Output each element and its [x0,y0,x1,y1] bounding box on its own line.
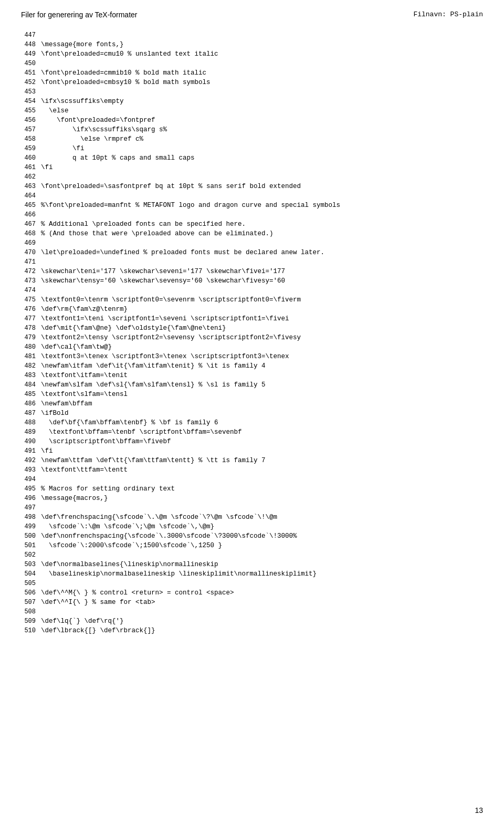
line-number: 481 [21,352,41,361]
line-number: 482 [21,361,41,371]
line-number: 464 [21,191,41,201]
line-number: 501 [21,541,41,550]
line-content: \def\bf{\fam\bffam\tenbf} % \bf is famil… [41,418,483,427]
code-line: 467% Additional \preloaded fonts can be … [21,220,483,229]
line-content: % Macros for setting ordinary text [41,484,483,494]
code-line: 453 [21,87,483,97]
line-number: 509 [21,617,41,626]
code-line: 508 [21,607,483,617]
line-content: % (And those that were \preloaded above … [41,229,483,238]
line-number: 460 [21,153,41,163]
code-line: 479\textfont2=\tensy \scriptfont2=\seven… [21,333,483,342]
code-line: 505 [21,579,483,588]
line-number: 492 [21,456,41,465]
line-number: 495 [21,484,41,494]
code-line: 451\font\preloaded=cmmib10 % bold math i… [21,68,483,78]
line-number: 479 [21,333,41,342]
line-number: 458 [21,134,41,144]
code-area: 447448\message{more fonts,}449\font\prel… [21,30,483,635]
code-line: 494 [21,475,483,484]
line-content: \ifx\scssuffiks\sqarg s% [41,125,483,134]
line-number: 451 [21,68,41,78]
line-number: 474 [21,286,41,295]
code-line: 458 \else \rmpref c% [21,134,483,144]
line-content: \def\lq{`} \def\rq{'} [41,617,483,626]
code-line: 488 \def\bf{\fam\bffam\tenbf} % \bf is f… [21,418,483,427]
code-line: 490 \scriptscriptfont\bffam=\fivebf [21,437,483,446]
line-content: \font\preloaded=cmbsy10 % bold math symb… [41,78,483,87]
line-number: 486 [21,399,41,409]
line-number: 508 [21,607,41,617]
code-line: 455 \else [21,106,483,116]
code-line: 470\let\preloaded=\undefined % preloaded… [21,248,483,257]
line-number: 485 [21,390,41,399]
line-content: \textfont2=\tensy \scriptfont2=\sevensy … [41,333,483,342]
line-content: \def\frenchspacing{\sfcode`\.\@m \sfcode… [41,513,483,522]
page-number: 13 [475,806,483,814]
line-number: 500 [21,531,41,541]
line-number: 470 [21,248,41,257]
line-content: \newfam\itfam \def\it{\fam\itfam\tenit} … [41,361,483,371]
code-line: 485\textfont\slfam=\tensl [21,390,483,399]
code-line: 489 \textfont\bffam=\tenbf \scriptfont\b… [21,427,483,437]
line-content: \fi [41,446,483,456]
line-content: \newfam\ttfam \def\tt{\fam\ttfam\tentt} … [41,456,483,465]
code-line: 449\font\preloaded=cmu10 % unslanted tex… [21,49,483,59]
line-number: 462 [21,172,41,182]
code-line: 466 [21,210,483,220]
line-content: \def\^^M{\ } % control <return> = contro… [41,588,483,598]
line-number: 503 [21,560,41,569]
line-number: 496 [21,494,41,503]
code-line: 452\font\preloaded=cmbsy10 % bold math s… [21,78,483,87]
line-number: 487 [21,409,41,418]
line-number: 450 [21,59,41,68]
line-number: 448 [21,40,41,49]
code-line: 469 [21,238,483,248]
line-number: 469 [21,238,41,248]
line-content: \def\lbrack{[} \def\rbrack{]} [41,626,483,635]
line-content: \font\preloaded=cmu10 % unslanted text i… [41,49,483,59]
line-content: \sfcode`\:\@m \sfcode`\;\@m \sfcode`\,\@… [41,522,483,531]
line-number: 459 [21,144,41,153]
line-number: 455 [21,106,41,116]
code-line: 500\def\nonfrenchspacing{\sfcode`\.3000\… [21,531,483,541]
line-content: \fi [41,144,483,153]
code-line: 507\def\^^I{\ } % same for <tab> [21,598,483,607]
code-line: 495% Macros for setting ordinary text [21,484,483,494]
line-content: q at 10pt % caps and small caps [41,153,483,163]
line-content: \textfont\bffam=\tenbf \scriptfont\bffam… [41,427,483,437]
line-content: \font\preloaded=\fontpref [41,116,483,125]
code-line: 486\newfam\bffam [21,399,483,409]
code-line: 462 [21,172,483,182]
code-line: 482\newfam\itfam \def\it{\fam\itfam\teni… [21,361,483,371]
code-line: 475\textfont0=\tenrm \scriptfont0=\seven… [21,295,483,305]
line-number: 453 [21,87,41,97]
code-line: 499 \sfcode`\:\@m \sfcode`\;\@m \sfcode`… [21,522,483,531]
line-content: \textfont1=\teni \scriptfont1=\seveni \s… [41,314,483,323]
code-line: 477\textfont1=\teni \scriptfont1=\seveni… [21,314,483,323]
line-number: 510 [21,626,41,635]
line-content: % Additional \preloaded fonts can be spe… [41,220,483,229]
code-line: 474 [21,286,483,295]
code-line: 476\def\rm{\fam\z@\tenrm} [21,305,483,314]
line-number: 475 [21,295,41,305]
code-line: 448\message{more fonts,} [21,40,483,49]
line-number: 452 [21,78,41,87]
line-content: \textfont\itfam=\tenit [41,371,483,380]
code-line: 501 \sfcode`\:2000\sfcode`\;1500\sfcode`… [21,541,483,550]
line-number: 447 [21,30,41,40]
code-line: 492\newfam\ttfam \def\tt{\fam\ttfam\tent… [21,456,483,465]
header-filename-text: Filnavn: PS-plain [413,11,483,18]
line-number: 506 [21,588,41,598]
line-content: \newfam\slfam \def\sl{\fam\slfam\tensl} … [41,380,483,390]
line-number: 489 [21,427,41,437]
code-line: 498\def\frenchspacing{\sfcode`\.\@m \sfc… [21,513,483,522]
line-number: 505 [21,579,41,588]
line-number: 502 [21,550,41,560]
code-line: 480\def\cal{\fam\tw@} [21,342,483,352]
code-line: 509\def\lq{`} \def\rq{'} [21,617,483,626]
line-number: 478 [21,323,41,333]
code-line: 447 [21,30,483,40]
line-number: 499 [21,522,41,531]
code-line: 472\skewchar\teni='177 \skewchar\seveni=… [21,267,483,276]
